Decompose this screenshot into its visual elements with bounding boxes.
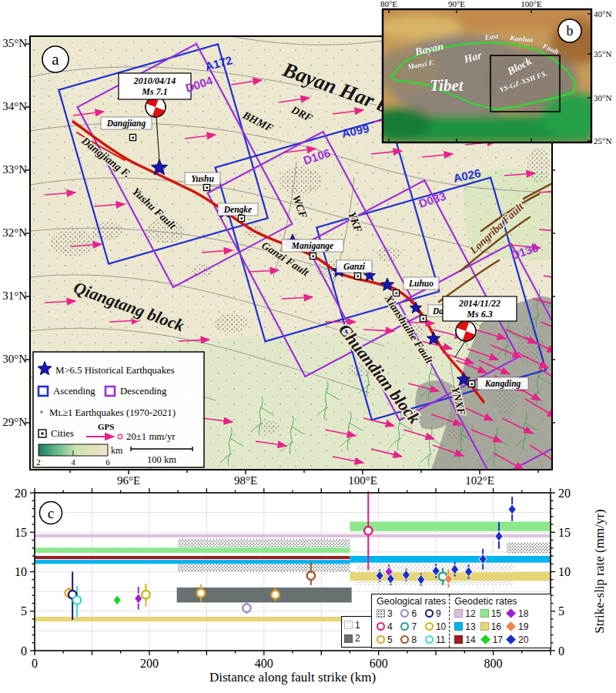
lat-label: 32°N [2, 226, 27, 239]
lon-label: 96°E [117, 474, 140, 487]
diamond-swatch-icon [506, 634, 516, 644]
y-tick-label-right: 0 [558, 644, 564, 658]
x-tick-label: 800 [484, 657, 503, 670]
solid-swatch-icon [454, 609, 463, 618]
solid-swatch-icon [480, 609, 489, 618]
figure-svg: Dangjiang Yushu Dengke Manigange [0, 0, 616, 693]
solid-swatch-icon [454, 635, 463, 644]
chart-x-axis-title: Distance along fault strike (km) [209, 670, 376, 685]
circle-swatch-icon [425, 609, 434, 618]
inset-lat-label: 35°N [594, 49, 611, 59]
legend-descending-label: Descending [120, 386, 167, 397]
chart-legend-item-2: 2 [344, 632, 370, 644]
circle-swatch-icon [400, 635, 409, 644]
rate-band-series-16 [35, 617, 353, 621]
rate-band-series-3 [178, 539, 350, 547]
rate-band-series-3 [178, 564, 350, 571]
point-series-5 [197, 589, 205, 597]
chart-legend-item-label: 11 [436, 634, 445, 646]
y-tick-label-right: 5 [558, 604, 564, 618]
city-label: Dengke [223, 205, 252, 215]
y-tick-label: 10 [15, 565, 27, 578]
chart-legend-item-label: 1 [355, 619, 360, 631]
chart-legend-item-label: 8 [411, 634, 417, 646]
lon-label: 98°E [234, 474, 257, 487]
chart-legend-item-label: 10 [436, 621, 446, 633]
lat-label: 30°N [2, 353, 27, 365]
city-label: Luhuo [408, 279, 434, 288]
circle-swatch-icon [425, 622, 434, 631]
y-tick-label: 0 [21, 644, 27, 658]
chart-y-axis-title: Strike-slip rate (mm/yr) [592, 509, 607, 633]
chart-legend-item-20: 20 [506, 633, 528, 646]
chart-legend-item-11: 11 [425, 633, 446, 646]
chart-legend-geological-title: Geological rates [377, 596, 446, 607]
inset-lat-label: 25°N [594, 136, 611, 146]
seismicity-cluster [527, 149, 551, 182]
point-series-4 [364, 527, 372, 534]
inset-label-tibet: Tibet [430, 76, 464, 95]
chart-legend: Geological rates 34567891011 Geodetic ra… [371, 594, 551, 648]
point-series-10 [142, 591, 149, 598]
legend-seismicity-label: Mʟ≥1 Earthquakes (1970-2021) [49, 407, 176, 418]
inset-lon-label: 80°E [380, 0, 397, 8]
circle-swatch-icon [425, 635, 434, 644]
rate-band-series-14 [35, 556, 350, 559]
rate-band-series-13 [350, 556, 551, 563]
x-tick-label: 200 [140, 657, 159, 670]
diamond-swatch-icon [506, 608, 516, 618]
chart-legend-item-17: 17 [480, 633, 503, 646]
colorbar-unit: km [111, 445, 123, 456]
inset-lon-label: 100°E [521, 0, 542, 8]
chart-legend-item-9: 9 [425, 607, 446, 620]
chart-legend-item-16: 16 [480, 620, 503, 633]
inset-lat-label: 30°N [594, 93, 611, 102]
chart-legend-item-label: 3 [387, 608, 393, 620]
chart-legend-item-label: 6 [411, 608, 417, 620]
city-label: Yushu [191, 174, 214, 183]
chart-legend-item-6: 6 [400, 607, 421, 620]
y-tick-label: 20 [15, 487, 27, 500]
point-series-5 [271, 591, 279, 598]
chart-legend-geodetic: Geodetic rates 121314151617181920 [449, 594, 531, 648]
rate-band-series-13 [35, 560, 350, 564]
figure-page: Dangjiang Yushu Dengke Manigange [0, 0, 616, 693]
colorbar-tick: 2 [36, 457, 41, 467]
lon-label: 102°E [465, 474, 494, 487]
event-annotation-2010: 2010/04/14 Ms 7.1 [119, 73, 191, 99]
chart-legend-item-label: 13 [465, 621, 475, 633]
chart-legend-item-label: 19 [518, 621, 528, 633]
inset-panel: Bayan Har Block East Kunlun Fault Manyi … [370, 0, 611, 146]
chart-legend-item-8: 8 [400, 633, 421, 646]
event-annotation-2014: 2014/11/22 Ms 6.3 [443, 296, 517, 321]
scale-bar-label: 100 km [147, 454, 176, 465]
hatch-dense-swatch-icon [377, 609, 385, 618]
panel-label-a: a [52, 50, 59, 69]
lat-label: 35°N [2, 37, 27, 49]
event-date: 2010/04/14 [133, 75, 176, 86]
event-magnitude: Ms 6.3 [466, 309, 492, 320]
colorbar-tick: 4 [71, 457, 75, 467]
lat-label: 31°N [2, 290, 27, 302]
panel-label-b: b [567, 23, 574, 38]
city-label: Manigange [291, 241, 333, 251]
chart-legend-side-box: 12 [341, 616, 373, 648]
event-date: 2014/11/22 [458, 298, 500, 309]
chart-legend-item-7: 7 [400, 620, 421, 633]
point-series-20 [508, 504, 516, 514]
chart-legend-item-label: 18 [518, 608, 528, 620]
y-tick-label: 5 [21, 604, 27, 618]
chart-legend-item-label: 5 [387, 634, 393, 646]
chart-legend-item-1: 1 [344, 619, 370, 631]
chart-legend-item-19: 19 [506, 620, 528, 633]
chart-legend-item-18: 18 [506, 607, 528, 620]
rate-band-series-15 [350, 521, 551, 531]
point-series-8 [307, 571, 315, 579]
point-series-20 [495, 531, 503, 541]
legend-cities-label: Cities [51, 428, 74, 439]
chart-panel: 02004006008000055101015152020 c Distance… [15, 487, 607, 685]
solid-swatch-icon [480, 622, 489, 631]
chart-legend-item-3: 3 [377, 607, 397, 620]
point-series-11 [73, 596, 81, 604]
chart-legend-item-12: 12 [454, 607, 477, 620]
